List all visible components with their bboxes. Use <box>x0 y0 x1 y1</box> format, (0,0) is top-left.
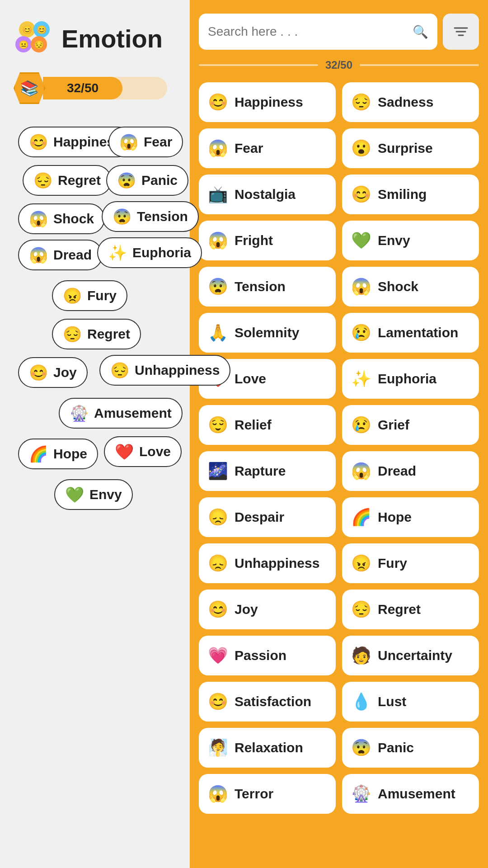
card-label: Satisfaction <box>235 694 311 709</box>
emotion-card-solemnity[interactable]: 🙏Solemnity <box>199 313 336 353</box>
card-emoji: 😢 <box>351 323 371 342</box>
emotion-card-grief[interactable]: 😢Grief <box>342 405 479 445</box>
emotion-card-terror[interactable]: 😱Terror <box>199 774 336 814</box>
card-label: Dread <box>378 463 416 479</box>
chips-area: 😊Happiness😱Fear😔Regret😨Panic😱Shock😨Tensi… <box>14 122 181 665</box>
progress-bar-fill: 32/50 <box>43 77 122 99</box>
left-chip-regret[interactable]: 😔Regret <box>52 319 141 349</box>
card-emoji: 😊 <box>351 185 371 204</box>
left-chip-regret[interactable]: 😔Regret <box>23 165 112 196</box>
emotion-card-shock[interactable]: 😱Shock <box>342 267 479 307</box>
card-label: Happiness <box>235 94 303 110</box>
emotion-card-relief[interactable]: 😌Relief <box>199 405 336 445</box>
emotion-card-euphoria[interactable]: ✨Euphoria <box>342 359 479 399</box>
card-label: Lust <box>378 694 406 709</box>
emotion-card-unhappiness[interactable]: 😞Unhappiness <box>199 543 336 583</box>
left-chip-dread[interactable]: 😱Dread <box>18 240 103 270</box>
card-emoji: 😱 <box>351 277 371 296</box>
card-emoji: 😱 <box>208 139 228 158</box>
card-label: Solemnity <box>235 325 299 340</box>
left-chip-panic[interactable]: 😨Panic <box>106 165 188 196</box>
card-label: Terror <box>235 786 273 802</box>
chip-emoji: 😊 <box>29 363 48 382</box>
card-emoji: ✨ <box>351 369 371 388</box>
card-label: Uncertainty <box>378 648 452 663</box>
chip-label: Euphoria <box>132 245 191 260</box>
card-emoji: 😞 <box>208 554 228 573</box>
card-label: Love <box>235 371 266 387</box>
card-emoji: 😮 <box>351 139 371 158</box>
card-emoji: 📺 <box>208 185 228 204</box>
chip-label: Love <box>139 444 171 459</box>
emotion-card-lamentation[interactable]: 😢Lamentation <box>342 313 479 353</box>
chip-label: Fear <box>144 134 172 150</box>
left-chip-envy[interactable]: 💚Envy <box>54 479 133 510</box>
card-emoji: 😱 <box>351 462 371 481</box>
progress-indicator: 32/50 <box>199 59 479 71</box>
card-label: Panic <box>378 740 414 755</box>
emotion-card-happiness[interactable]: 😊Happiness <box>199 82 336 122</box>
app-title: Emotion <box>61 24 163 53</box>
left-chip-amusement[interactable]: 🎡Amusement <box>59 398 183 429</box>
card-label: Tension <box>235 279 286 294</box>
card-emoji: 😱 <box>208 784 228 803</box>
search-bar: 🔍 <box>199 14 479 50</box>
emotion-card-relaxation[interactable]: 🧖Relaxation <box>199 728 336 768</box>
card-emoji: 🌈 <box>351 508 371 527</box>
card-emoji: 😢 <box>351 415 371 434</box>
search-input[interactable] <box>208 24 408 39</box>
card-label: Surprise <box>378 141 433 156</box>
card-emoji: 😊 <box>208 93 228 112</box>
emotion-card-sadness[interactable]: 😔Sadness <box>342 82 479 122</box>
chip-label: Joy <box>53 365 77 380</box>
chip-label: Fury <box>87 288 117 303</box>
chip-emoji: 🌈 <box>29 445 48 463</box>
chip-label: Hope <box>53 446 87 462</box>
emotion-card-fury[interactable]: 😠Fury <box>342 543 479 583</box>
left-chip-euphoria[interactable]: ✨Euphoria <box>97 237 202 268</box>
card-emoji: 🙏 <box>208 323 228 342</box>
emotion-card-despair[interactable]: 😞Despair <box>199 497 336 537</box>
emotion-card-surprise[interactable]: 😮Surprise <box>342 128 479 168</box>
filter-button[interactable] <box>443 14 479 50</box>
card-label: Sadness <box>378 94 433 110</box>
card-emoji: 💧 <box>351 692 371 711</box>
emotion-card-panic[interactable]: 😨Panic <box>342 728 479 768</box>
emotion-card-envy[interactable]: 💚Envy <box>342 221 479 260</box>
emotion-card-dread[interactable]: 😱Dread <box>342 451 479 491</box>
emotion-card-lust[interactable]: 💧Lust <box>342 682 479 722</box>
card-label: Fright <box>235 233 273 248</box>
svg-text:😊: 😊 <box>22 25 33 35</box>
emotion-card-hope[interactable]: 🌈Hope <box>342 497 479 537</box>
left-chip-hope[interactable]: 🌈Hope <box>18 439 98 469</box>
left-chip-love[interactable]: ❤️Love <box>104 436 182 467</box>
chip-label: Panic <box>141 173 178 188</box>
emotion-card-fear[interactable]: 😱Fear <box>199 128 336 168</box>
left-chip-fear[interactable]: 😱Fear <box>108 127 183 157</box>
emotion-card-rapture[interactable]: 🌌Rapture <box>199 451 336 491</box>
emotion-card-nostalgia[interactable]: 📺Nostalgia <box>199 175 336 214</box>
left-chip-shock[interactable]: 😱Shock <box>18 203 105 234</box>
emotion-card-uncertainty[interactable]: 🧑Uncertainty <box>342 636 479 675</box>
chip-emoji: 😔 <box>63 325 82 343</box>
card-label: Shock <box>378 279 418 294</box>
left-chip-tension[interactable]: 😨Tension <box>102 201 199 232</box>
left-chip-joy[interactable]: 😊Joy <box>18 357 88 388</box>
chip-emoji: 😔 <box>33 171 52 189</box>
card-label: Relief <box>235 417 272 433</box>
emotion-card-fright[interactable]: 😱Fright <box>199 221 336 260</box>
card-emoji: 😔 <box>351 600 371 619</box>
emotion-card-passion[interactable]: 💗Passion <box>199 636 336 675</box>
emotion-card-smiling[interactable]: 😊Smiling <box>342 175 479 214</box>
emotion-card-satisfaction[interactable]: 😊Satisfaction <box>199 682 336 722</box>
emotion-card-tension[interactable]: 😨Tension <box>199 267 336 307</box>
card-emoji: 🎡 <box>351 784 371 803</box>
emotion-card-joy[interactable]: 😊Joy <box>199 590 336 629</box>
emotion-card-amusement[interactable]: 🎡Amusement <box>342 774 479 814</box>
search-input-wrap[interactable]: 🔍 <box>199 14 437 50</box>
left-chip-unhappiness[interactable]: 😔Unhappiness <box>99 355 230 386</box>
emotion-card-regret[interactable]: 😔Regret <box>342 590 479 629</box>
left-chip-fury[interactable]: 😠Fury <box>52 280 127 311</box>
chip-emoji: 😠 <box>63 287 82 305</box>
card-label: Smiling <box>378 187 427 202</box>
